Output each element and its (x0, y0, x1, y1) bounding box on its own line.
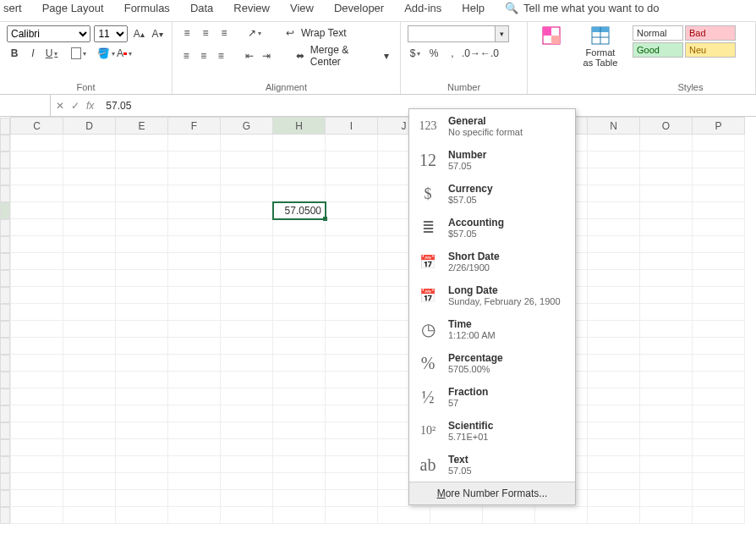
col-header[interactable]: H (273, 118, 326, 135)
tab-review[interactable]: Review (233, 2, 270, 14)
row-header[interactable] (0, 219, 10, 236)
font-name-select[interactable]: Calibri (7, 25, 90, 42)
number-format-option-fraction[interactable]: ½Fraction57 (409, 380, 575, 414)
cell-styles-gallery[interactable]: Normal Bad Good Neu (633, 25, 748, 58)
accounting-format-button[interactable]: $ (408, 46, 423, 61)
number-format-option-general[interactable]: 123GeneralNo specific format (409, 109, 575, 143)
align-left-icon[interactable]: ≡ (179, 49, 194, 63)
active-cell[interactable]: 57.0500 (273, 202, 326, 219)
row-header[interactable] (0, 473, 10, 490)
cancel-icon[interactable]: ✕ (56, 100, 64, 112)
align-center-icon[interactable]: ≡ (197, 49, 211, 63)
number-format-dropdown-icon[interactable]: ▾ (495, 26, 508, 41)
fill-color-button[interactable]: 🪣 (98, 46, 113, 61)
more-number-formats-button[interactable]: More Number Formats... (409, 482, 575, 504)
percent-format-button[interactable]: % (426, 46, 441, 61)
align-middle-icon[interactable]: ≡ (198, 26, 213, 40)
worksheet-grid[interactable]: C D E F G H I J N O P 57.0500 (0, 117, 756, 524)
tab-view[interactable]: View (290, 2, 314, 14)
wrap-text-button[interactable]: Wrap Text (301, 27, 347, 39)
row-header[interactable] (0, 321, 10, 338)
name-box[interactable] (0, 95, 51, 116)
col-header[interactable]: G (221, 118, 273, 135)
format-as-table-button[interactable]: Format as Table (582, 25, 619, 68)
row-header[interactable] (0, 236, 10, 253)
number-format-option-number[interactable]: 12Number57.05 (409, 143, 575, 177)
row-header[interactable] (0, 135, 10, 152)
number-format-option-time[interactable]: ◷Time1:12:00 AM (409, 312, 575, 346)
conditional-formatting-button[interactable]: g (534, 25, 568, 58)
increase-decimal-button[interactable]: .0→ (463, 46, 479, 61)
align-top-icon[interactable]: ≡ (179, 26, 194, 40)
style-neutral[interactable]: Neu (685, 42, 736, 58)
row-header[interactable] (0, 372, 10, 388)
align-right-icon[interactable]: ≡ (214, 49, 228, 63)
col-header[interactable]: I (326, 118, 378, 135)
fx-icon[interactable]: fx (86, 100, 94, 112)
tab-data[interactable]: Data (190, 2, 213, 14)
italic-button[interactable]: I (25, 46, 41, 61)
increase-indent-icon[interactable]: ⇥ (260, 48, 274, 63)
row-header[interactable] (0, 405, 10, 422)
merge-icon[interactable]: ⬌ (293, 48, 307, 63)
row-header[interactable] (0, 439, 10, 456)
number-format-option-scientific[interactable]: 10²Scientific5.71E+01 (409, 414, 575, 448)
tab-addins[interactable]: Add-ins (404, 2, 441, 14)
font-size-select[interactable]: 11 (94, 25, 128, 42)
col-header[interactable]: P (693, 118, 745, 135)
tell-me-search[interactable]: 🔍 Tell me what you want to do (505, 2, 659, 14)
bold-button[interactable]: B (7, 46, 22, 61)
enter-icon[interactable]: ✓ (71, 100, 79, 112)
row-header[interactable] (0, 287, 10, 304)
number-format-option-text[interactable]: abText57.05 (409, 448, 575, 482)
font-color-button[interactable]: A (117, 46, 132, 61)
row-header[interactable] (0, 168, 10, 185)
number-format-select[interactable]: ▾ (408, 25, 509, 42)
row-header[interactable] (0, 338, 10, 355)
decrease-decimal-button[interactable]: ←.0 (482, 46, 497, 61)
tab-formulas[interactable]: Formulas (124, 2, 170, 14)
tab-developer[interactable]: Developer (334, 2, 384, 14)
style-good[interactable]: Good (633, 42, 683, 58)
number-format-option-currency[interactable]: $Currency$57.05 (409, 177, 575, 211)
row-header[interactable] (0, 185, 10, 202)
tab-help[interactable]: Help (462, 2, 485, 14)
col-header[interactable]: O (640, 118, 693, 135)
decrease-font-icon[interactable]: A▾ (150, 26, 165, 41)
wrap-text-icon[interactable]: ↩ (282, 25, 298, 41)
row-header[interactable] (0, 507, 10, 524)
number-format-option-percentage[interactable]: %Percentage5705.00% (409, 346, 575, 380)
row-header[interactable] (0, 456, 10, 473)
merge-dropdown-icon[interactable]: ▾ (380, 48, 394, 63)
number-format-option-short-date[interactable]: 📅Short Date2/26/1900 (409, 245, 575, 278)
align-bottom-icon[interactable]: ≡ (216, 26, 232, 40)
row-header[interactable] (0, 270, 10, 287)
row-header[interactable] (0, 490, 10, 507)
style-normal[interactable]: Normal (633, 25, 683, 41)
comma-format-button[interactable]: , (445, 46, 460, 61)
col-header[interactable]: D (63, 118, 116, 135)
style-bad[interactable]: Bad (685, 25, 736, 41)
number-format-option-accounting[interactable]: ≣Accounting $57.05 (409, 211, 575, 245)
col-header[interactable]: F (168, 118, 221, 135)
formula-input[interactable]: 57.05 (99, 100, 131, 112)
row-header[interactable] (0, 152, 10, 168)
row-header[interactable] (0, 388, 10, 405)
decrease-indent-icon[interactable]: ⇤ (243, 48, 257, 63)
row-header[interactable] (0, 355, 10, 372)
row-header[interactable] (0, 253, 10, 270)
row-header[interactable] (0, 304, 10, 321)
col-header[interactable]: C (11, 118, 63, 135)
borders-button[interactable] (71, 46, 86, 61)
col-header[interactable]: N (588, 118, 640, 135)
number-format-option-long-date[interactable]: 📅Long DateSunday, February 26, 1900 (409, 278, 575, 312)
tab-page-layout[interactable]: Page Layout (42, 2, 104, 14)
col-header[interactable]: E (116, 118, 168, 135)
merge-center-button[interactable]: Merge & Center (310, 44, 376, 68)
row-header[interactable] (0, 202, 10, 219)
orientation-button[interactable]: ↗ (247, 25, 262, 41)
row-header[interactable] (0, 422, 10, 439)
underline-button[interactable]: U (44, 46, 59, 61)
increase-font-icon[interactable]: A▴ (131, 26, 146, 41)
tab-insert[interactable]: sert (3, 2, 22, 14)
